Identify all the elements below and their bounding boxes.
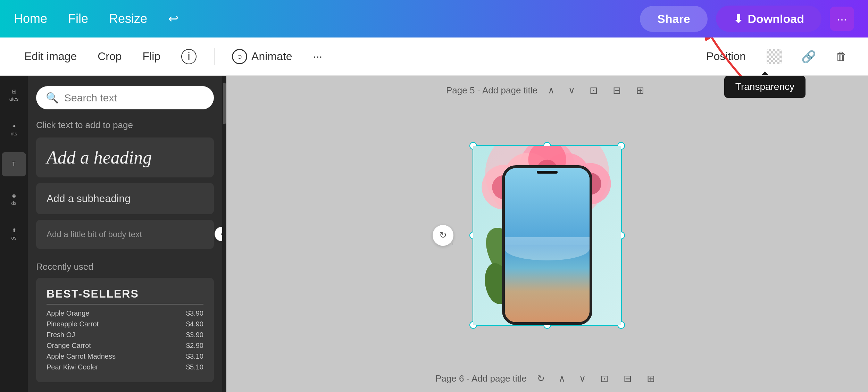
page6-expand-button[interactable]: ⊡ (596, 372, 612, 386)
page6-title: Page 6 - Add page title (435, 373, 527, 384)
rotate-button[interactable]: ↻ + (433, 225, 453, 246)
delete-button[interactable]: 🗑 (828, 44, 854, 69)
page6-up-button[interactable]: ∧ (555, 372, 569, 385)
search-box: 🔍 (36, 86, 214, 109)
menu-item-6-name: Pear Kiwi Cooler (47, 363, 98, 371)
animate-label: Animate (251, 50, 292, 63)
page6-refresh-button[interactable]: ↻ (534, 372, 548, 385)
toolbar-more-icon: ··· (313, 50, 323, 63)
info-button[interactable]: i (171, 43, 207, 70)
brand-icon: ◈ (12, 192, 16, 199)
undo-button[interactable]: ↩ (168, 11, 178, 26)
rail-item-brand[interactable]: ◈ ds (2, 187, 26, 211)
page5-up-button[interactable]: ∧ (544, 84, 558, 97)
rotate-icon: ↻ (439, 230, 447, 241)
menu-item-6-price: $5.10 (186, 363, 203, 371)
menu-item-2: Pineapple Carrot $4.90 (47, 319, 203, 330)
recently-used-label: Recently used (36, 261, 214, 272)
page6-delete-button[interactable]: ⊟ (619, 372, 636, 386)
menu-item-2-name: Pineapple Carrot (47, 320, 99, 328)
file-nav[interactable]: File (68, 11, 88, 26)
templates-label: ates (9, 96, 18, 102)
transparency-button[interactable] (760, 43, 789, 70)
page5-expand-button[interactable]: ⊡ (585, 83, 602, 98)
phone-screen (505, 168, 590, 322)
sidebar-scrollbar-thumb[interactable] (223, 83, 226, 124)
heading-large-text: Add a heading (47, 147, 203, 168)
toolbar-right-group: Position 🔗 🗑 (698, 43, 854, 70)
collapse-icon: ‹ (220, 230, 222, 239)
sidebar-panel: 🔍 Click text to add to page Add a headin… (28, 76, 222, 392)
menu-item-3: Fresh OJ $3.90 (47, 330, 203, 340)
templates-icon: ⊞ (12, 88, 16, 95)
link-icon: 🔗 (801, 50, 816, 64)
canvas-area[interactable]: Page 5 - Add page title ∧ ∨ ⊡ ⊟ ⊞ ↻ + (226, 76, 868, 392)
menu-item-2-price: $4.90 (186, 320, 203, 328)
page5-down-button[interactable]: ∨ (565, 84, 578, 97)
selected-image-frame[interactable] (473, 145, 622, 326)
menu-item-5-price: $3.10 (186, 352, 203, 360)
toolbar-separator (214, 48, 215, 65)
page6-down-button[interactable]: ∨ (576, 372, 589, 385)
download-label: Download (748, 12, 804, 26)
toolbar-more-button[interactable]: ··· (303, 44, 333, 68)
subheading-option[interactable]: Add a subheading (36, 183, 214, 214)
info-icon: i (181, 49, 197, 64)
crop-button[interactable]: Crop (87, 44, 132, 68)
canvas-content: ↻ + (226, 105, 868, 365)
heading-option[interactable]: Add a heading (36, 137, 214, 177)
secondary-toolbar: Edit image Crop Flip i ○ Animate ··· Pos… (0, 37, 868, 76)
sidebar-scrollbar-track (222, 76, 226, 392)
menu-item-1: Apple Orange $3.90 (47, 308, 203, 319)
link-button[interactable]: 🔗 (794, 44, 823, 69)
collapse-sidebar-button[interactable]: ‹ (215, 227, 222, 241)
edit-image-button[interactable]: Edit image (14, 44, 87, 68)
menu-item-6: Pear Kiwi Cooler $5.10 (47, 362, 203, 373)
animate-icon: ○ (232, 49, 247, 64)
uploads-label: os (11, 235, 17, 241)
position-button[interactable]: Position (698, 44, 754, 68)
crop-label: Crop (98, 50, 122, 63)
menu-item-3-name: Fresh OJ (47, 331, 75, 339)
more-options-button[interactable]: ··· (830, 7, 854, 31)
checkerboard-icon (767, 49, 782, 64)
menu-card[interactable]: BEST-SELLERS Apple Orange $3.90 Pineappl… (36, 278, 214, 382)
page5-add-button[interactable]: ⊞ (632, 83, 648, 98)
rail-item-templates[interactable]: ⊞ ates (2, 83, 26, 107)
page6-title-bar: Page 6 - Add page title ↻ ∧ ∨ ⊡ ⊟ ⊞ (226, 365, 868, 392)
rail-item-elements[interactable]: ✦ nts (2, 117, 26, 142)
menu-card-title: BEST-SELLERS (47, 287, 203, 305)
resize-nav[interactable]: Resize (109, 11, 147, 26)
page6-add-button[interactable]: ⊞ (643, 372, 659, 386)
edit-image-label: Edit image (24, 50, 77, 63)
menu-item-3-price: $3.90 (186, 331, 203, 339)
animate-button[interactable]: ○ Animate (222, 43, 302, 70)
brand-label: ds (11, 200, 17, 206)
subheading-text: Add a subheading (47, 193, 203, 205)
menu-items-list: Apple Orange $3.90 Pineapple Carrot $4.9… (47, 308, 203, 373)
menu-item-5: Apple Carrot Madness $3.10 (47, 351, 203, 362)
menu-item-4: Orange Carrot $2.90 (47, 340, 203, 351)
rail-item-uploads[interactable]: ⬆ os (2, 222, 26, 246)
elements-label: nts (11, 131, 17, 136)
download-button[interactable]: ⬇ Download (716, 6, 821, 32)
body-text-option[interactable]: Add a little bit of body text (36, 220, 214, 249)
page5-delete-button[interactable]: ⊟ (609, 83, 625, 98)
transparency-tooltip: Transparency (724, 76, 806, 98)
page5-title: Page 5 - Add page title (446, 85, 537, 96)
menu-item-5-name: Apple Carrot Madness (47, 352, 116, 360)
rail-item-text[interactable]: T (2, 152, 26, 176)
share-button[interactable]: Share (640, 6, 708, 32)
delete-icon: 🗑 (835, 50, 847, 63)
home-nav[interactable]: Home (14, 11, 47, 26)
menu-item-4-price: $2.90 (186, 342, 203, 350)
flip-label: Flip (143, 50, 161, 63)
download-icon: ⬇ (733, 12, 743, 26)
flip-button[interactable]: Flip (132, 44, 171, 68)
body-text: Add a little bit of body text (47, 230, 203, 239)
uploads-icon: ⬆ (12, 227, 16, 234)
topbar-left: Home File Resize ↩ (14, 11, 178, 26)
main-layout: ⊞ ates ✦ nts T ◈ ds ⬆ os 🔍 Click text to… (0, 76, 868, 392)
search-input[interactable] (64, 92, 204, 104)
canvas-image (473, 146, 621, 325)
